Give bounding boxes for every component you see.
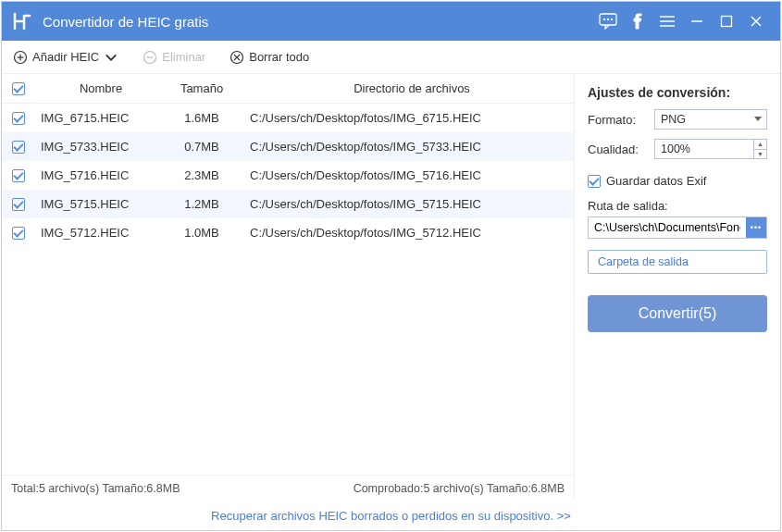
- facebook-icon[interactable]: [623, 2, 652, 41]
- row-checkbox[interactable]: [12, 227, 25, 240]
- row-name: IMG_5733.HEIC: [35, 140, 161, 154]
- status-bar: Total:5 archivo(s) Tamaño:6.8MB Comproba…: [2, 475, 574, 501]
- row-dir: C:/Users/ch/Desktop/fotos/IMG_5712.HEIC: [242, 226, 574, 240]
- quality-stepper[interactable]: 100% ▲▼: [654, 139, 767, 159]
- row-checkbox[interactable]: [12, 141, 25, 154]
- browse-button[interactable]: •••: [746, 217, 766, 238]
- exif-label: Guardar datos Exif: [606, 174, 706, 188]
- open-folder-button[interactable]: Carpeta de salida: [588, 250, 767, 274]
- app-logo-icon: [11, 10, 33, 32]
- quality-value: 100%: [661, 142, 690, 155]
- add-heic-label: Añadir HEIC: [32, 50, 99, 64]
- recover-link[interactable]: Recuperar archivos HEIC borrados o perdi…: [211, 509, 571, 523]
- row-size: 0.7MB: [161, 140, 242, 154]
- row-dir: C:/Users/ch/Desktop/fotos/IMG_5733.HEIC: [242, 140, 574, 154]
- row-size: 2.3MB: [161, 168, 242, 182]
- row-dir: C:/Users/ch/Desktop/fotos/IMG_6715.HEIC: [242, 111, 574, 125]
- quality-label: Cualidad:: [588, 142, 654, 156]
- spin-buttons[interactable]: ▲▼: [753, 140, 766, 158]
- app-title: Convertidor de HEIC gratis: [43, 14, 208, 30]
- main-area: Nombre Tamaño Directorio de archivos IMG…: [2, 74, 780, 501]
- svg-point-1: [603, 19, 605, 20]
- header-name: Nombre: [35, 81, 161, 95]
- output-label: Ruta de salida:: [588, 199, 767, 213]
- chevron-down-icon: [754, 117, 762, 121]
- row-dir: C:/Users/ch/Desktop/fotos/IMG_5716.HEIC: [242, 168, 574, 182]
- app-window: Convertidor de HEIC gratis Añadir HEIC E…: [1, 1, 781, 531]
- row-name: IMG_6715.HEIC: [35, 111, 161, 125]
- remove-button[interactable]: Eliminar: [143, 50, 205, 65]
- chevron-down-icon: [104, 50, 118, 65]
- svg-point-2: [607, 19, 609, 20]
- settings-heading: Ajustes de conversión:: [588, 85, 767, 100]
- clear-all-button[interactable]: Borrar todo: [230, 50, 309, 65]
- row-checkbox[interactable]: [12, 198, 25, 211]
- feedback-icon[interactable]: [593, 2, 623, 41]
- row-name: IMG_5716.HEIC: [35, 168, 161, 182]
- svg-rect-8: [722, 17, 732, 27]
- table-row[interactable]: IMG_5716.HEIC2.3MBC:/Users/ch/Desktop/fo…: [2, 161, 574, 190]
- table-row[interactable]: IMG_6715.HEIC1.6MBC:/Users/ch/Desktop/fo…: [2, 104, 574, 132]
- table-row[interactable]: IMG_5733.HEIC0.7MBC:/Users/ch/Desktop/fo…: [2, 132, 574, 161]
- titlebar: Convertidor de HEIC gratis: [2, 2, 780, 41]
- exif-checkbox[interactable]: [588, 175, 601, 188]
- maximize-icon[interactable]: [712, 2, 741, 41]
- row-checkbox[interactable]: [12, 169, 25, 182]
- remove-label: Eliminar: [162, 50, 205, 64]
- status-checked: Comprobado:5 archivo(s) Tamaño:6.8MB: [354, 482, 565, 495]
- header-dir: Directorio de archivos: [242, 81, 574, 95]
- table-header: Nombre Tamaño Directorio de archivos: [2, 74, 574, 104]
- row-size: 1.2MB: [161, 197, 242, 211]
- status-total: Total:5 archivo(s) Tamaño:6.8MB: [11, 482, 180, 495]
- toolbar: Añadir HEIC Eliminar Borrar todo: [2, 41, 780, 74]
- format-select[interactable]: PNG: [654, 109, 767, 130]
- settings-panel: Ajustes de conversión: Formato: PNG Cual…: [575, 74, 780, 501]
- output-path-row: •••: [588, 217, 767, 239]
- select-all-checkbox[interactable]: [12, 82, 25, 95]
- format-value: PNG: [661, 113, 686, 126]
- output-path-input[interactable]: [589, 217, 746, 238]
- row-name: IMG_5715.HEIC: [35, 197, 161, 211]
- row-checkbox[interactable]: [12, 112, 25, 125]
- close-icon[interactable]: [741, 2, 771, 41]
- row-size: 1.6MB: [161, 111, 242, 125]
- minimize-icon[interactable]: [682, 2, 712, 41]
- footer: Recuperar archivos HEIC borrados o perdi…: [2, 501, 780, 530]
- row-dir: C:/Users/ch/Desktop/fotos/IMG_5715.HEIC: [242, 197, 574, 211]
- file-list-panel: Nombre Tamaño Directorio de archivos IMG…: [2, 74, 575, 501]
- convert-button[interactable]: Convertir(5): [588, 295, 767, 332]
- table-row[interactable]: IMG_5712.HEIC1.0MBC:/Users/ch/Desktop/fo…: [2, 218, 574, 247]
- menu-icon[interactable]: [652, 2, 682, 41]
- format-label: Formato:: [588, 113, 654, 127]
- clear-all-label: Borrar todo: [249, 50, 309, 64]
- table-row[interactable]: IMG_5715.HEIC1.2MBC:/Users/ch/Desktop/fo…: [2, 190, 574, 218]
- table-body: IMG_6715.HEIC1.6MBC:/Users/ch/Desktop/fo…: [2, 104, 574, 475]
- row-name: IMG_5712.HEIC: [35, 226, 161, 240]
- add-heic-button[interactable]: Añadir HEIC: [13, 50, 118, 65]
- header-size: Tamaño: [161, 81, 242, 95]
- svg-point-3: [611, 19, 613, 20]
- row-size: 1.0MB: [161, 226, 242, 240]
